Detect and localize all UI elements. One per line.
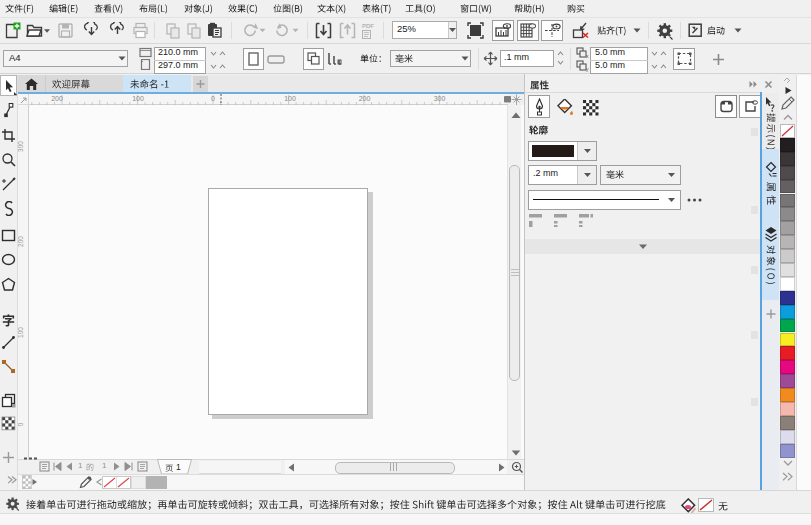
svg-text:y: y	[586, 66, 589, 72]
svg-text:x: x	[586, 53, 589, 59]
